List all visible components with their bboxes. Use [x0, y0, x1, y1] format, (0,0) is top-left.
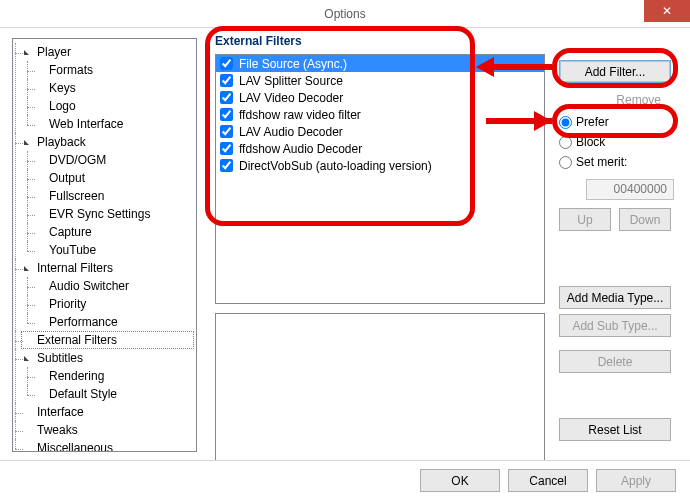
close-icon: ✕ [662, 4, 672, 18]
reset-list-button[interactable]: Reset List [559, 418, 671, 441]
tree-label: External Filters [35, 333, 119, 347]
filter-checkbox[interactable] [220, 125, 233, 138]
window-title: Options [324, 7, 365, 21]
radio-block[interactable]: Block [559, 132, 675, 152]
tree-node-formats[interactable]: Formats [33, 61, 194, 79]
tree-label: YouTube [47, 243, 98, 257]
move-up-button[interactable]: Up [559, 208, 611, 231]
external-filters-list[interactable]: File Source (Async.)LAV Splitter SourceL… [215, 54, 545, 304]
filter-row[interactable]: DirectVobSub (auto-loading version) [216, 157, 544, 174]
tree-label: Default Style [47, 387, 119, 401]
tree-node-subtitles[interactable]: Subtitles [21, 349, 194, 367]
tree-label: Logo [47, 99, 78, 113]
filter-row[interactable]: ffdshow raw video filter [216, 106, 544, 123]
radio-set-merit-input[interactable] [559, 156, 572, 169]
filter-row[interactable]: File Source (Async.) [216, 55, 544, 72]
move-down-button[interactable]: Down [619, 208, 671, 231]
filter-label: LAV Splitter Source [237, 74, 544, 88]
filter-label: File Source (Async.) [237, 57, 544, 71]
filter-row[interactable]: LAV Video Decoder [216, 89, 544, 106]
tree-label: Priority [47, 297, 88, 311]
tree-node-external-filters[interactable]: External Filters [21, 331, 194, 349]
tree-node-miscellaneous[interactable]: Miscellaneous [21, 439, 194, 452]
tree-node-audio-switcher[interactable]: Audio Switcher [33, 277, 194, 295]
filter-mode-radios: Prefer Block Set merit: [559, 112, 675, 172]
filter-label: ffdshow Audio Decoder [237, 142, 544, 156]
filter-label: DirectVobSub (auto-loading version) [237, 159, 544, 173]
filter-label: ffdshow raw video filter [237, 108, 544, 122]
filter-checkbox[interactable] [220, 91, 233, 104]
tree-label: Keys [47, 81, 78, 95]
ok-button[interactable]: OK [420, 469, 500, 492]
radio-block-input[interactable] [559, 136, 572, 149]
add-media-type-button[interactable]: Add Media Type... [559, 286, 671, 309]
filter-checkbox[interactable] [220, 108, 233, 121]
category-tree[interactable]: PlayerFormatsKeysLogoWeb InterfacePlayba… [12, 38, 197, 452]
tree-node-web-interface[interactable]: Web Interface [33, 115, 194, 133]
media-types-list[interactable] [215, 313, 545, 471]
radio-set-merit[interactable]: Set merit: [559, 152, 675, 172]
add-filter-button[interactable]: Add Filter... [559, 60, 671, 83]
tree-node-keys[interactable]: Keys [33, 79, 194, 97]
add-sub-type-button[interactable]: Add Sub Type... [559, 314, 671, 337]
tree-node-priority[interactable]: Priority [33, 295, 194, 313]
filter-label: LAV Video Decoder [237, 91, 544, 105]
tree-label: Capture [47, 225, 94, 239]
tree-label: EVR Sync Settings [47, 207, 152, 221]
tree-node-internal-filters[interactable]: Internal Filters [21, 259, 194, 277]
filter-row[interactable]: LAV Audio Decoder [216, 123, 544, 140]
tree-label: Performance [47, 315, 120, 329]
tree-label: Internal Filters [35, 261, 115, 275]
tree-node-evr-sync-settings[interactable]: EVR Sync Settings [33, 205, 194, 223]
expander-icon[interactable] [21, 353, 32, 364]
tree-node-output[interactable]: Output [33, 169, 194, 187]
expander-icon[interactable] [21, 47, 32, 58]
tree-node-interface[interactable]: Interface [21, 403, 194, 421]
tree-label: DVD/OGM [47, 153, 108, 167]
tree-label: Interface [35, 405, 86, 419]
tree-label: Output [47, 171, 87, 185]
filter-row[interactable]: LAV Splitter Source [216, 72, 544, 89]
tree-label: Formats [47, 63, 95, 77]
tree-label: Audio Switcher [47, 279, 131, 293]
apply-button[interactable]: Apply [596, 469, 676, 492]
tree-node-player[interactable]: Player [21, 43, 194, 61]
remove-filter-button[interactable]: Remove [559, 88, 671, 111]
filter-label: LAV Audio Decoder [237, 125, 544, 139]
tree-label: Web Interface [47, 117, 125, 131]
expander-icon[interactable] [21, 263, 32, 274]
cancel-button[interactable]: Cancel [508, 469, 588, 492]
tree-label: Fullscreen [47, 189, 106, 203]
filter-checkbox[interactable] [220, 74, 233, 87]
tree-node-youtube[interactable]: YouTube [33, 241, 194, 259]
close-button[interactable]: ✕ [644, 0, 690, 22]
filter-checkbox[interactable] [220, 57, 233, 70]
tree-label: Miscellaneous [35, 441, 115, 452]
tree-node-dvd-ogm[interactable]: DVD/OGM [33, 151, 194, 169]
tree-label: Tweaks [35, 423, 80, 437]
tree-node-capture[interactable]: Capture [33, 223, 194, 241]
filter-checkbox[interactable] [220, 142, 233, 155]
content-area: PlayerFormatsKeysLogoWeb InterfacePlayba… [0, 28, 690, 460]
group-title: External Filters [215, 34, 302, 48]
tree-node-fullscreen[interactable]: Fullscreen [33, 187, 194, 205]
tree-label: Rendering [47, 369, 106, 383]
delete-media-button[interactable]: Delete [559, 350, 671, 373]
titlebar: Options ✕ [0, 0, 690, 28]
tree-node-performance[interactable]: Performance [33, 313, 194, 331]
tree-label: Subtitles [35, 351, 85, 365]
merit-value-field: 00400000 [586, 179, 674, 200]
tree-node-playback[interactable]: Playback [21, 133, 194, 151]
tree-node-tweaks[interactable]: Tweaks [21, 421, 194, 439]
dialog-footer: OK Cancel Apply [0, 460, 690, 500]
radio-prefer[interactable]: Prefer [559, 112, 675, 132]
tree-node-logo[interactable]: Logo [33, 97, 194, 115]
tree-label: Player [35, 45, 73, 59]
filter-checkbox[interactable] [220, 159, 233, 172]
filter-row[interactable]: ffdshow Audio Decoder [216, 140, 544, 157]
tree-label: Playback [35, 135, 88, 149]
radio-prefer-input[interactable] [559, 116, 572, 129]
expander-icon[interactable] [21, 137, 32, 148]
tree-node-default-style[interactable]: Default Style [33, 385, 194, 403]
tree-node-rendering[interactable]: Rendering [33, 367, 194, 385]
